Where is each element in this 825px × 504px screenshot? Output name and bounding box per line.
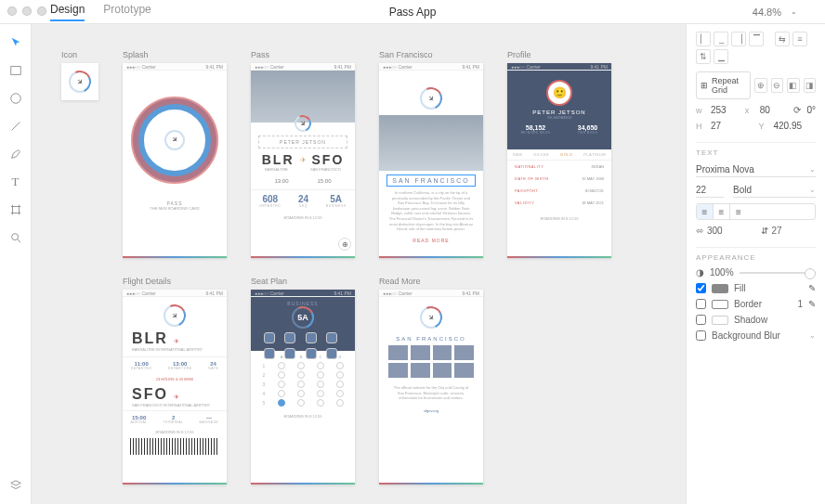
fill-checkbox[interactable] xyxy=(696,283,706,293)
align-left-icon[interactable]: ▏ xyxy=(696,32,711,46)
align-middle-icon[interactable]: ≡ xyxy=(792,32,807,46)
artboard-pass[interactable]: ●●●○○ Carrier9:41 PM ✈ PETER JETSON BLR … xyxy=(251,63,355,258)
eyedropper-icon[interactable]: ✎ xyxy=(808,283,816,293)
artboard-label[interactable]: Splash xyxy=(123,50,227,59)
font-select[interactable]: Proxima Nova⌄ xyxy=(696,162,816,177)
align-text-right-icon[interactable]: ≡ xyxy=(730,204,747,219)
ellipse-tool-icon[interactable] xyxy=(8,91,23,106)
artboard-label[interactable]: Read More xyxy=(379,277,483,286)
zoom-handle-icon[interactable]: ⊕ xyxy=(338,238,351,251)
rectangle-tool-icon[interactable] xyxy=(8,63,23,78)
section-appearance: APPEARANCE xyxy=(696,247,816,262)
eyedropper-icon[interactable]: ✎ xyxy=(808,299,816,309)
document-title: Pass App xyxy=(389,6,437,19)
shadow-checkbox[interactable] xyxy=(696,315,706,325)
artboard-flight-details[interactable]: ●●●○○ Carrier9:41 PM ✈ BLR✈ BANGALORE IN… xyxy=(123,290,227,485)
chevron-down-icon[interactable]: ⌄ xyxy=(791,7,797,16)
plane-icon: ✈ xyxy=(426,312,436,322)
opacity-field[interactable]: 100% xyxy=(710,267,734,278)
x-field[interactable]: 80 xyxy=(760,105,789,115)
exclude-icon[interactable]: ◨ xyxy=(804,78,816,93)
shadow-swatch[interactable] xyxy=(712,316,728,325)
artboard-tool-icon[interactable] xyxy=(8,202,23,217)
artboard-read-more[interactable]: ●●●○○ Carrier9:41 PM ✈ SAN FRANCISCO The… xyxy=(379,290,483,485)
align-text-left-icon[interactable]: ≡ xyxy=(697,204,714,219)
align-top-icon[interactable]: ▔ xyxy=(749,32,764,46)
tracking-icon: ⬄ xyxy=(696,226,703,236)
align-center-h-icon[interactable]: ⎯ xyxy=(714,32,728,46)
repeat-grid-button[interactable]: ⊞Repeat Grid xyxy=(696,71,751,99)
pass-to: SFO xyxy=(312,152,345,167)
distribute-v-icon[interactable]: ⇅ xyxy=(696,49,711,64)
read-more-link: READ MORE xyxy=(388,238,474,243)
topbar: Design Prototype Pass App 44.8% ⌄ xyxy=(0,0,825,24)
align-right-icon[interactable]: ▕ xyxy=(731,32,746,46)
boarding-footer: BOARDING IN 0:12:59 xyxy=(507,216,611,222)
pen-tool-icon[interactable] xyxy=(8,147,23,162)
plane-icon: ✈ xyxy=(74,76,85,86)
plane-icon: ✈ xyxy=(426,93,436,103)
status-time: 9:41 PM xyxy=(205,64,223,70)
artboard-profile[interactable]: ●●●○○ Carrier9:41 PM 🙂 PETER JETSON SK.8… xyxy=(507,63,611,258)
artboard-label[interactable]: Profile xyxy=(507,50,611,59)
text-tool-icon[interactable]: T xyxy=(8,174,23,189)
fill-swatch[interactable] xyxy=(712,284,728,293)
plane-icon: ✈ xyxy=(169,310,179,320)
artboard-label[interactable]: Seat Plan xyxy=(251,277,355,286)
tab-prototype[interactable]: Prototype xyxy=(103,3,151,21)
barcode xyxy=(130,438,219,455)
y-field[interactable]: 420.95 xyxy=(774,121,817,131)
svg-point-2 xyxy=(11,234,18,240)
rm-link: sfgov.org xyxy=(379,408,483,414)
chevron-down-icon: ⌄ xyxy=(809,186,816,194)
seat-num: 5A xyxy=(297,313,308,322)
border-checkbox[interactable] xyxy=(696,299,706,309)
boarding-footer: BOARDING IN 0:12:59 xyxy=(251,215,355,221)
blur-checkbox[interactable] xyxy=(696,330,706,341)
artboard-label[interactable]: Icon xyxy=(61,50,98,59)
align-bottom-icon[interactable]: ▁ xyxy=(714,49,728,64)
properties-panel: ▏ ⎯ ▕ ▔ ⇆ ≡ ⇅ ▁ ⊞Repeat Grid ⊕ ⊖ ◧ ◨ w25… xyxy=(686,24,825,504)
border-swatch[interactable] xyxy=(712,300,728,309)
canvas[interactable]: Icon Splash Pass San Francisco Profile ✈… xyxy=(32,24,686,504)
artboard-splash[interactable]: ●●●○○ Carrier9:41 PM ✈ PASS THE NEW BOAR… xyxy=(123,63,227,258)
opacity-slider[interactable] xyxy=(740,272,816,274)
align-text-center-icon[interactable]: ≡ xyxy=(714,204,730,219)
svg-point-1 xyxy=(10,94,20,104)
distribute-h-icon[interactable]: ⇆ xyxy=(775,32,790,46)
plane-icon: ✈ xyxy=(300,156,307,164)
artboard-sanfrancisco[interactable]: ●●●○○ Carrier9:41 PM ✈ SAN FRANCISCO In … xyxy=(379,63,483,258)
zoom-tool-icon[interactable] xyxy=(8,230,23,245)
line-tool-icon[interactable] xyxy=(8,119,23,134)
tab-design[interactable]: Design xyxy=(50,3,85,21)
sf-title-selected[interactable]: SAN FRANCISCO xyxy=(388,176,474,185)
splash-sub: THE NEW BOARDING CARD xyxy=(123,206,227,212)
font-weight-select[interactable]: Bold⌄ xyxy=(733,183,816,198)
layers-icon[interactable] xyxy=(8,478,23,493)
height-field[interactable]: 27 xyxy=(711,121,753,131)
chevron-down-icon[interactable]: ⌄ xyxy=(809,331,816,340)
leading-field[interactable]: 27 xyxy=(772,226,782,236)
plane-icon: ✈ xyxy=(174,394,179,401)
add-icon[interactable]: ⊕ xyxy=(754,78,766,93)
plane-icon: ✈ xyxy=(169,135,179,145)
rotate-icon[interactable]: ⟳ xyxy=(793,105,801,115)
plane-icon: ✈ xyxy=(174,338,179,345)
artboard-label[interactable]: San Francisco xyxy=(379,50,483,59)
pass-from: BLR xyxy=(262,152,295,167)
rotation-field[interactable]: 0° xyxy=(806,105,816,115)
zoom-level[interactable]: 44.8% xyxy=(753,6,781,18)
artboard-seat-plan[interactable]: ●●●○○ Carrier9:41 PM BUSINESS 5A A B C D xyxy=(251,290,355,485)
width-field[interactable]: 253 xyxy=(711,105,740,115)
thumb xyxy=(388,345,408,360)
font-size-field[interactable]: 22 xyxy=(696,183,724,198)
artboard-icon[interactable]: ✈ xyxy=(61,63,98,100)
opacity-icon: ◑ xyxy=(696,267,704,278)
intersect-icon[interactable]: ◧ xyxy=(787,78,799,93)
artboard-label[interactable]: Pass xyxy=(251,50,355,59)
artboard-label[interactable]: Flight Details xyxy=(123,277,227,286)
subtract-icon[interactable]: ⊖ xyxy=(771,78,783,93)
select-tool-icon[interactable] xyxy=(8,35,23,50)
tracking-field[interactable]: 300 xyxy=(707,226,723,236)
border-width-field[interactable]: 1 xyxy=(797,299,803,309)
